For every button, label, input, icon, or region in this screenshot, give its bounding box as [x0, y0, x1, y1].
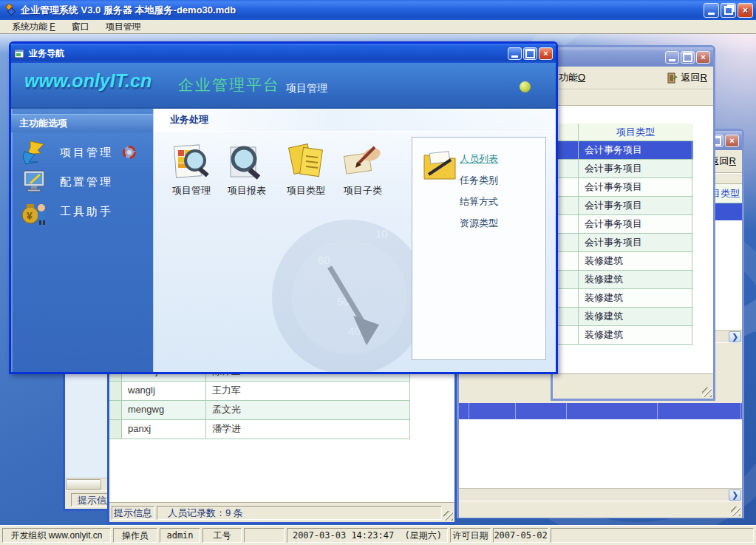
table-row[interactable]: 会计事务项目: [553, 141, 693, 160]
project-type-column-header[interactable]: 项目类型: [579, 123, 692, 141]
main-window-title: 企业管理系统 V3.0 服务器 本地服务-demo30.mdb: [21, 4, 236, 17]
dialog-title: 业务导航: [29, 47, 64, 60]
name-cell: 潘学进: [206, 420, 410, 439]
maximize-button[interactable]: [681, 51, 695, 64]
sidebar-item-configuration-management[interactable]: 配置管理: [11, 167, 153, 197]
detail-table-body: [459, 419, 742, 488]
restore-button[interactable]: [721, 3, 736, 18]
maximize-button[interactable]: [523, 47, 537, 60]
link-personnel-list[interactable]: 人员列表: [460, 152, 498, 166]
module-subtitle: 项目管理: [286, 82, 327, 95]
resize-grip[interactable]: [702, 387, 712, 397]
project-type-titlebar[interactable]: ×: [553, 47, 713, 67]
business-processing-header: 业务处理: [154, 109, 556, 132]
scroll-right-icon[interactable]: ❯: [729, 490, 741, 501]
sidebar-item-project-management[interactable]: 项目管理: [11, 138, 153, 167]
record-count: 人员记录数：9 条: [157, 506, 442, 520]
detail-col: [459, 403, 469, 419]
minimize-button[interactable]: [508, 47, 522, 60]
svg-text:60: 60: [318, 254, 330, 266]
status-operator-value: admin: [160, 528, 200, 543]
folder-pen-icon: [421, 148, 458, 184]
svg-text:¥: ¥: [27, 210, 33, 222]
status-datetime: 2007-03-03 14:23:47 (星期六): [287, 528, 448, 543]
sidebar-header: 主功能选项: [11, 114, 153, 132]
icon-project-reports[interactable]: 项目报表: [221, 140, 273, 197]
personnel-statusbar: 提示信息 人员记录数：9 条: [109, 502, 454, 522]
mdi-client-area: × 功能O 返回R 项目类型 ❯: [0, 34, 756, 525]
close-button[interactable]: ×: [738, 3, 753, 18]
menubar: 系统功能 F 窗口 项目管理: [0, 20, 756, 34]
svg-text:40: 40: [348, 325, 361, 337]
login-cell: wanglj: [122, 382, 206, 400]
application-window: 企业管理系统 V3.0 服务器 本地服务-demo30.mdb × 系统功能 F…: [0, 0, 756, 545]
status-license-date: 2007-05-02: [493, 528, 548, 543]
writing-hand-icon: [337, 140, 389, 181]
table-row[interactable]: 装修建筑: [553, 271, 693, 289]
status-operator-label: 操作员: [113, 528, 157, 543]
table-header-row: 项目类型: [553, 123, 693, 141]
functions-menu-button[interactable]: 功能O: [559, 71, 585, 84]
app-icon: [4, 4, 17, 16]
table-row[interactable]: 会计事务项目: [553, 197, 693, 215]
table-row[interactable]: 会计事务项目: [553, 215, 693, 234]
magnifier-icon: [221, 140, 273, 181]
table-row[interactable]: 会计事务项目: [553, 234, 693, 252]
spinner-icon: [122, 145, 137, 160]
link-settlement-methods[interactable]: 结算方式: [460, 195, 498, 209]
status-license-label: 许可日期: [450, 528, 491, 543]
link-task-categories[interactable]: 任务类别: [460, 174, 498, 187]
minimize-button[interactable]: [704, 3, 719, 18]
status-worker-id-label: 工号: [202, 528, 242, 543]
platform-title: 企业管理平台: [178, 75, 280, 95]
scrollbar-thumb[interactable]: [66, 479, 101, 490]
icon-project-management[interactable]: 项目管理: [166, 140, 217, 197]
quick-links-panel: 人员列表 任务类别 结算方式 资源类型: [412, 137, 546, 360]
project-type-table: 项目类型 会计事务项目 会计事务项目 会计事务项目 会计事务项目 会计事务项目 …: [553, 123, 693, 345]
table-row[interactable]: 会计事务项目: [553, 160, 693, 178]
status-worker-id-value: [244, 528, 285, 543]
dialog-titlebar[interactable]: 业务导航 ×: [11, 44, 556, 63]
toolbar-band: [553, 89, 713, 106]
table-row[interactable]: 会计事务项目: [553, 178, 693, 197]
icon-project-types[interactable]: 项目类型: [280, 140, 332, 197]
sidebar-item-tools-assistant[interactable]: ¥ 工具助手: [11, 197, 153, 226]
table-row[interactable]: wanglj 王力军: [109, 382, 410, 401]
table-row[interactable]: panxj 潘学进: [109, 420, 410, 439]
resize-grip[interactable]: [731, 507, 740, 516]
status-label: 提示信息: [112, 506, 154, 520]
dialog-icon: [14, 48, 25, 58]
close-icon[interactable]: ×: [725, 135, 739, 147]
link-resource-types[interactable]: 资源类型: [460, 217, 498, 230]
row-indicator: [109, 420, 122, 439]
table-row[interactable]: mengwg 孟文光: [109, 401, 410, 420]
resize-grip[interactable]: [443, 511, 453, 521]
chart-magnifier-icon: [166, 140, 217, 181]
menu-item-system-functions[interactable]: 系统功能 F: [6, 20, 61, 34]
return-button[interactable]: 返回R: [667, 71, 707, 84]
menu-item-window[interactable]: 窗口: [66, 20, 95, 34]
table-row[interactable]: 装修建筑: [553, 326, 693, 345]
dialog-sidebar: 主功能选项 项目管理: [11, 109, 153, 372]
table-row[interactable]: 装修建筑: [553, 252, 693, 271]
close-icon[interactable]: ×: [539, 47, 553, 60]
links-list: 人员列表 任务类别 结算方式 资源类型: [460, 152, 498, 230]
minimize-button[interactable]: [665, 51, 679, 64]
svg-text:10: 10: [375, 227, 388, 240]
horizontal-scrollbar[interactable]: ❯: [459, 488, 742, 501]
login-cell: mengwg: [122, 401, 206, 419]
status-spare: [551, 528, 754, 543]
icon-project-subtypes[interactable]: 项目子类: [337, 140, 389, 197]
status-dev-org: 开发组织 www.onlyit.cn: [2, 528, 111, 543]
table-row[interactable]: 装修建筑: [553, 289, 693, 308]
close-icon[interactable]: ×: [696, 51, 710, 64]
dialog-main-panel: 业务处理 10 60 50 40: [153, 109, 556, 372]
exit-door-icon: [667, 72, 678, 84]
site-logo: www.onlyIT.cn: [24, 70, 151, 92]
table-row[interactable]: 装修建筑: [553, 308, 693, 326]
dialog-banner: www.onlyIT.cn 企业管理平台 项目管理: [11, 63, 556, 109]
menu-item-project-management[interactable]: 项目管理: [100, 20, 147, 34]
detail-table-header-row: [459, 403, 742, 419]
scroll-right-icon[interactable]: ❯: [729, 331, 741, 342]
moneybag-person-icon: ¥: [20, 198, 50, 225]
